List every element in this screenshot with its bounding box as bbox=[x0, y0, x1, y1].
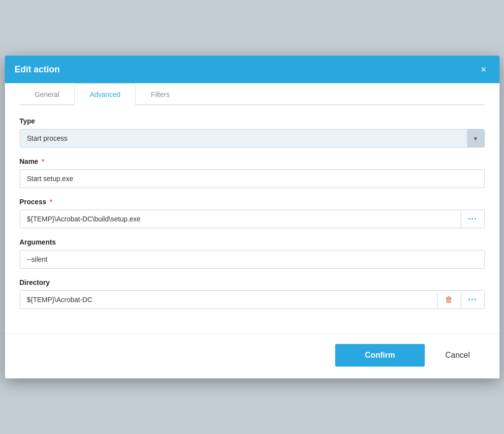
process-input-wrapper: ··· bbox=[20, 210, 485, 228]
type-group: Type Start process ▾ bbox=[20, 117, 485, 148]
edit-action-dialog: Edit action × General Advanced Filters T… bbox=[5, 56, 500, 378]
dialog-title: Edit action bbox=[15, 64, 60, 75]
process-browse-button[interactable]: ··· bbox=[461, 210, 484, 228]
chevron-down-icon: ▾ bbox=[474, 135, 477, 142]
directory-input-wrapper: 🗑 ··· bbox=[20, 290, 485, 309]
type-select-wrapper[interactable]: Start process ▾ bbox=[20, 129, 485, 148]
arguments-group: Arguments bbox=[20, 238, 485, 269]
required-indicator-process: * bbox=[48, 198, 52, 206]
directory-group: Directory 🗑 ··· bbox=[20, 279, 485, 309]
trash-icon: 🗑 bbox=[445, 295, 453, 304]
arguments-label: Arguments bbox=[20, 238, 485, 246]
tab-filters[interactable]: Filters bbox=[136, 83, 185, 105]
directory-browse-button[interactable]: ··· bbox=[461, 291, 484, 309]
tab-general[interactable]: General bbox=[20, 83, 75, 105]
required-indicator: * bbox=[40, 157, 44, 165]
arguments-input[interactable] bbox=[20, 250, 485, 269]
dialog-footer: Confirm Cancel bbox=[5, 334, 500, 378]
cancel-button[interactable]: Cancel bbox=[431, 344, 485, 367]
type-select-display: Start process bbox=[20, 129, 467, 147]
dialog-body: General Advanced Filters Type Start proc… bbox=[5, 83, 500, 329]
dialog-header: Edit action × bbox=[5, 56, 500, 83]
tab-advanced[interactable]: Advanced bbox=[74, 83, 135, 105]
type-dropdown-button[interactable]: ▾ bbox=[467, 129, 484, 147]
type-label: Type bbox=[20, 117, 485, 125]
directory-input[interactable] bbox=[20, 291, 437, 309]
ellipsis-icon: ··· bbox=[468, 214, 477, 224]
process-group: Process * ··· bbox=[20, 198, 485, 228]
process-label: Process * bbox=[20, 198, 485, 206]
ellipsis-icon-dir: ··· bbox=[468, 295, 477, 305]
close-button[interactable]: × bbox=[478, 63, 490, 75]
name-label: Name * bbox=[20, 157, 485, 165]
tabs-container: General Advanced Filters bbox=[20, 83, 485, 105]
name-input[interactable] bbox=[20, 169, 485, 188]
confirm-button[interactable]: Confirm bbox=[335, 344, 424, 367]
name-group: Name * bbox=[20, 157, 485, 188]
directory-label: Directory bbox=[20, 279, 485, 286]
process-input[interactable] bbox=[20, 210, 461, 228]
directory-delete-button[interactable]: 🗑 bbox=[437, 291, 461, 309]
